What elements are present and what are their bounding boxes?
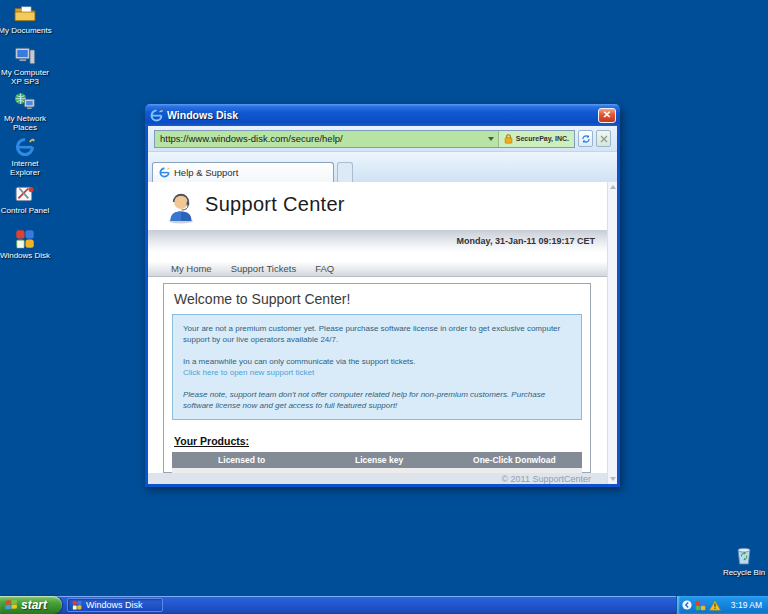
desktop-icon-label: My Documents — [0, 26, 52, 35]
copyright-text: © 2011 SupportCenter — [501, 474, 591, 484]
desktop-icon-label: Windows Disk — [0, 251, 50, 260]
desktop-icon-windows-disk[interactable]: Windows Disk — [0, 229, 53, 260]
window-title: Windows Disk — [167, 109, 598, 121]
info-paragraph-2: In a meanwhile you can only communicate … — [183, 356, 571, 367]
security-label: SecurePay, INC. — [516, 135, 569, 142]
tab-ie-icon — [159, 167, 170, 178]
my-documents-folder-icon — [14, 4, 36, 24]
nav-faq[interactable]: FAQ — [315, 263, 334, 274]
desktop-icon-label: Recycle Bin — [723, 568, 765, 577]
welcome-card: Welcome to Support Center! Your are not … — [163, 283, 591, 473]
start-label: start — [21, 598, 47, 612]
internet-explorer-icon — [14, 137, 36, 157]
new-tab-stub[interactable] — [337, 162, 353, 182]
recycle-bin-icon — [733, 546, 755, 566]
system-tray: 3:19 AM — [676, 596, 768, 614]
tab-strip: Help & Support — [148, 152, 617, 182]
address-dropdown-button[interactable] — [485, 131, 498, 147]
desktop-icon-my-network-places[interactable]: My Network Places — [0, 92, 53, 132]
browser-viewport: Support Center Monday, 31-Jan-11 09:19:1… — [148, 182, 617, 484]
network-places-icon — [14, 92, 36, 112]
scroll-down-button[interactable] — [608, 474, 617, 484]
tab-label: Help & Support — [174, 167, 238, 178]
refresh-button[interactable] — [578, 130, 593, 147]
stop-button[interactable] — [596, 130, 611, 147]
stop-x-icon — [600, 135, 608, 143]
nav-support-tickets[interactable]: Support Tickets — [231, 263, 296, 274]
task-windows-disk-icon — [72, 600, 82, 610]
padlock-icon — [504, 133, 513, 144]
refresh-icon — [581, 134, 591, 144]
page-main: Welcome to Support Center! Your are not … — [148, 277, 607, 484]
windows-disk-icon — [14, 229, 36, 249]
desktop-icon-label: My Network Places — [0, 114, 53, 132]
products-heading: Your Products: — [174, 435, 580, 447]
desktop-icon-label: My Computer XP SP3 — [0, 68, 53, 86]
desktop-icon-label: Internet Explorer — [0, 159, 53, 177]
support-center-page: Support Center Monday, 31-Jan-11 09:19:1… — [148, 182, 607, 484]
desktop-icon-recycle-bin[interactable]: Recycle Bin — [716, 546, 768, 577]
info-panel: Your are not a premium customer yet. Ple… — [172, 314, 582, 420]
security-indicator[interactable]: SecurePay, INC. — [498, 131, 574, 147]
scroll-up-button[interactable] — [608, 182, 617, 192]
taskbar-clock: 3:19 AM — [731, 600, 762, 610]
current-datetime: Monday, 31-Jan-11 09:19:17 CET — [457, 236, 595, 246]
windows-flag-icon — [5, 599, 18, 611]
desktop-icon-internet-explorer[interactable]: Internet Explorer — [0, 137, 53, 177]
welcome-heading: Welcome to Support Center! — [164, 284, 590, 314]
tray-windows-disk-icon[interactable] — [695, 600, 706, 611]
products-header-row: Licensed to License key One-Click Donwlo… — [172, 452, 582, 468]
my-computer-icon — [14, 46, 36, 66]
taskbar: start Windows Disk 3:19 AM — [0, 596, 768, 614]
address-toolbar: SecurePay, INC. — [148, 126, 617, 152]
desktop-icon-label: Control Panel — [1, 206, 49, 215]
taskbar-task-windows-disk[interactable]: Windows Disk — [67, 598, 163, 612]
info-paragraph-1: Your are not a premium customer yet. Ple… — [183, 323, 571, 345]
vertical-scrollbar[interactable] — [607, 182, 617, 484]
page-nav: My Home Support Tickets FAQ — [148, 261, 607, 277]
desktop: { "desktop": { "icons": [ { "label": "My… — [0, 0, 768, 614]
address-input[interactable] — [155, 133, 485, 144]
control-panel-icon — [14, 184, 36, 204]
info-note: Please note, support team don't not offe… — [183, 389, 571, 411]
desktop-icon-my-documents[interactable]: My Documents — [0, 4, 53, 35]
open-ticket-link[interactable]: Click here to open new support ticket — [183, 368, 314, 377]
desktop-icon-control-panel[interactable]: Control Panel — [0, 184, 53, 215]
window-client-area: SecurePay, INC. — [148, 126, 617, 484]
start-button[interactable]: start — [0, 596, 62, 614]
date-band: Monday, 31-Jan-11 09:19:17 CET — [148, 230, 607, 252]
window-titlebar[interactable]: Windows Disk ✕ — [145, 104, 620, 126]
window-ie-icon — [150, 109, 163, 122]
support-agent-avatar — [166, 191, 196, 224]
desktop-icon-my-computer[interactable]: My Computer XP SP3 — [0, 46, 53, 86]
windows-disk-window: Windows Disk ✕ SecurePay, INC. — [145, 104, 620, 487]
hide-icons-chevron[interactable] — [682, 600, 692, 610]
page-footer: © 2011 SupportCenter — [148, 473, 607, 484]
address-bar[interactable]: SecurePay, INC. — [154, 130, 575, 148]
column-one-click-download: One-Click Donwload — [447, 452, 582, 468]
nav-my-home[interactable]: My Home — [171, 263, 212, 274]
tray-warning-icon[interactable] — [709, 600, 721, 611]
column-licensed-to: Licensed to — [172, 452, 311, 468]
column-license-key: License key — [311, 452, 446, 468]
tab-help-support[interactable]: Help & Support — [152, 162, 334, 182]
page-title: Support Center — [205, 193, 345, 216]
close-button[interactable]: ✕ — [598, 108, 616, 123]
page-header: Support Center — [148, 182, 607, 230]
task-button-label: Windows Disk — [86, 600, 143, 610]
